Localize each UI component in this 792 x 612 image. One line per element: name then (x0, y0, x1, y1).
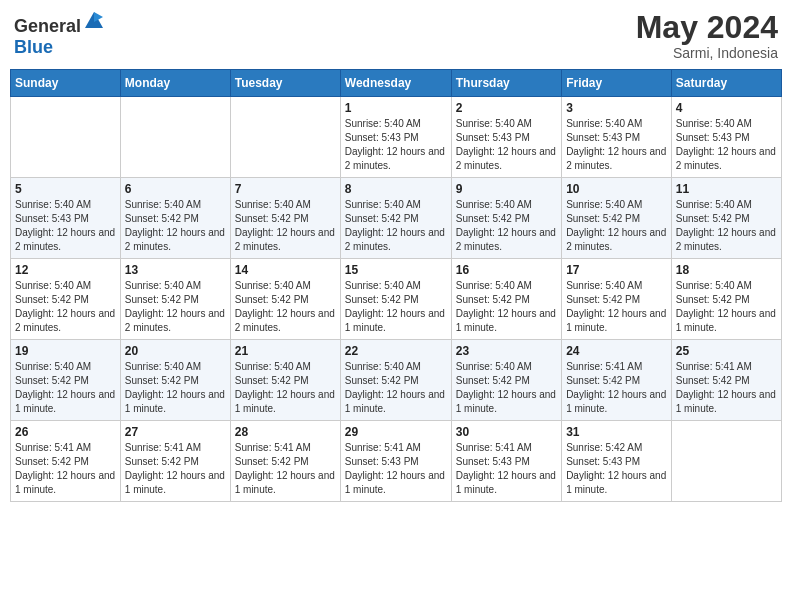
day-number: 10 (566, 182, 667, 196)
col-wednesday: Wednesday (340, 70, 451, 97)
day-number: 3 (566, 101, 667, 115)
day-info: Sunrise: 5:40 AMSunset: 5:42 PMDaylight:… (15, 279, 116, 335)
day-info: Sunrise: 5:40 AMSunset: 5:42 PMDaylight:… (566, 198, 667, 254)
day-info: Sunrise: 5:41 AMSunset: 5:42 PMDaylight:… (15, 441, 116, 497)
page-header: General Blue May 2024 Sarmi, Indonesia (10, 10, 782, 61)
title-area: May 2024 Sarmi, Indonesia (636, 10, 778, 61)
calendar-cell: 14Sunrise: 5:40 AMSunset: 5:42 PMDayligh… (230, 259, 340, 340)
calendar-week-row: 1Sunrise: 5:40 AMSunset: 5:43 PMDaylight… (11, 97, 782, 178)
calendar-cell: 10Sunrise: 5:40 AMSunset: 5:42 PMDayligh… (562, 178, 672, 259)
day-number: 21 (235, 344, 336, 358)
day-number: 7 (235, 182, 336, 196)
day-info: Sunrise: 5:40 AMSunset: 5:42 PMDaylight:… (15, 360, 116, 416)
day-info: Sunrise: 5:40 AMSunset: 5:43 PMDaylight:… (456, 117, 557, 173)
calendar-cell: 29Sunrise: 5:41 AMSunset: 5:43 PMDayligh… (340, 421, 451, 502)
day-number: 9 (456, 182, 557, 196)
day-number: 1 (345, 101, 447, 115)
calendar-cell: 16Sunrise: 5:40 AMSunset: 5:42 PMDayligh… (451, 259, 561, 340)
calendar-cell: 28Sunrise: 5:41 AMSunset: 5:42 PMDayligh… (230, 421, 340, 502)
calendar-cell: 4Sunrise: 5:40 AMSunset: 5:43 PMDaylight… (671, 97, 781, 178)
col-saturday: Saturday (671, 70, 781, 97)
calendar-cell: 12Sunrise: 5:40 AMSunset: 5:42 PMDayligh… (11, 259, 121, 340)
calendar-cell (11, 97, 121, 178)
day-info: Sunrise: 5:40 AMSunset: 5:42 PMDaylight:… (345, 279, 447, 335)
day-info: Sunrise: 5:42 AMSunset: 5:43 PMDaylight:… (566, 441, 667, 497)
day-number: 13 (125, 263, 226, 277)
calendar-week-row: 5Sunrise: 5:40 AMSunset: 5:43 PMDaylight… (11, 178, 782, 259)
calendar-cell: 18Sunrise: 5:40 AMSunset: 5:42 PMDayligh… (671, 259, 781, 340)
logo-icon (83, 10, 105, 32)
logo-blue: Blue (14, 37, 53, 57)
calendar-cell: 1Sunrise: 5:40 AMSunset: 5:43 PMDaylight… (340, 97, 451, 178)
day-info: Sunrise: 5:40 AMSunset: 5:42 PMDaylight:… (676, 198, 777, 254)
day-info: Sunrise: 5:41 AMSunset: 5:43 PMDaylight:… (456, 441, 557, 497)
calendar-header-row: Sunday Monday Tuesday Wednesday Thursday… (11, 70, 782, 97)
calendar-cell: 2Sunrise: 5:40 AMSunset: 5:43 PMDaylight… (451, 97, 561, 178)
calendar-cell: 31Sunrise: 5:42 AMSunset: 5:43 PMDayligh… (562, 421, 672, 502)
calendar-cell (230, 97, 340, 178)
calendar-cell (671, 421, 781, 502)
day-info: Sunrise: 5:41 AMSunset: 5:43 PMDaylight:… (345, 441, 447, 497)
day-info: Sunrise: 5:40 AMSunset: 5:42 PMDaylight:… (125, 360, 226, 416)
logo-text: General Blue (14, 10, 105, 58)
day-number: 28 (235, 425, 336, 439)
calendar-cell: 17Sunrise: 5:40 AMSunset: 5:42 PMDayligh… (562, 259, 672, 340)
calendar-cell: 19Sunrise: 5:40 AMSunset: 5:42 PMDayligh… (11, 340, 121, 421)
day-info: Sunrise: 5:40 AMSunset: 5:43 PMDaylight:… (15, 198, 116, 254)
day-number: 24 (566, 344, 667, 358)
day-info: Sunrise: 5:40 AMSunset: 5:42 PMDaylight:… (235, 198, 336, 254)
calendar-table: Sunday Monday Tuesday Wednesday Thursday… (10, 69, 782, 502)
day-info: Sunrise: 5:40 AMSunset: 5:43 PMDaylight:… (676, 117, 777, 173)
day-info: Sunrise: 5:41 AMSunset: 5:42 PMDaylight:… (676, 360, 777, 416)
calendar-cell: 6Sunrise: 5:40 AMSunset: 5:42 PMDaylight… (120, 178, 230, 259)
calendar-week-row: 12Sunrise: 5:40 AMSunset: 5:42 PMDayligh… (11, 259, 782, 340)
calendar-week-row: 19Sunrise: 5:40 AMSunset: 5:42 PMDayligh… (11, 340, 782, 421)
day-info: Sunrise: 5:40 AMSunset: 5:42 PMDaylight:… (456, 279, 557, 335)
day-info: Sunrise: 5:40 AMSunset: 5:43 PMDaylight:… (566, 117, 667, 173)
logo: General Blue (14, 10, 105, 58)
calendar-cell: 25Sunrise: 5:41 AMSunset: 5:42 PMDayligh… (671, 340, 781, 421)
day-number: 20 (125, 344, 226, 358)
day-info: Sunrise: 5:40 AMSunset: 5:42 PMDaylight:… (125, 279, 226, 335)
day-info: Sunrise: 5:40 AMSunset: 5:42 PMDaylight:… (566, 279, 667, 335)
col-sunday: Sunday (11, 70, 121, 97)
day-number: 19 (15, 344, 116, 358)
day-number: 26 (15, 425, 116, 439)
day-info: Sunrise: 5:41 AMSunset: 5:42 PMDaylight:… (566, 360, 667, 416)
calendar-cell: 22Sunrise: 5:40 AMSunset: 5:42 PMDayligh… (340, 340, 451, 421)
day-number: 14 (235, 263, 336, 277)
calendar-week-row: 26Sunrise: 5:41 AMSunset: 5:42 PMDayligh… (11, 421, 782, 502)
day-number: 29 (345, 425, 447, 439)
day-number: 31 (566, 425, 667, 439)
day-info: Sunrise: 5:40 AMSunset: 5:42 PMDaylight:… (676, 279, 777, 335)
day-info: Sunrise: 5:40 AMSunset: 5:43 PMDaylight:… (345, 117, 447, 173)
day-number: 15 (345, 263, 447, 277)
day-number: 25 (676, 344, 777, 358)
day-number: 11 (676, 182, 777, 196)
day-number: 17 (566, 263, 667, 277)
col-tuesday: Tuesday (230, 70, 340, 97)
day-info: Sunrise: 5:40 AMSunset: 5:42 PMDaylight:… (345, 360, 447, 416)
calendar-cell (120, 97, 230, 178)
calendar-cell: 27Sunrise: 5:41 AMSunset: 5:42 PMDayligh… (120, 421, 230, 502)
day-info: Sunrise: 5:40 AMSunset: 5:42 PMDaylight:… (235, 360, 336, 416)
day-number: 16 (456, 263, 557, 277)
calendar-cell: 20Sunrise: 5:40 AMSunset: 5:42 PMDayligh… (120, 340, 230, 421)
day-info: Sunrise: 5:40 AMSunset: 5:42 PMDaylight:… (345, 198, 447, 254)
calendar-cell: 9Sunrise: 5:40 AMSunset: 5:42 PMDaylight… (451, 178, 561, 259)
day-number: 27 (125, 425, 226, 439)
day-number: 2 (456, 101, 557, 115)
day-info: Sunrise: 5:41 AMSunset: 5:42 PMDaylight:… (125, 441, 226, 497)
logo-general: General (14, 16, 81, 36)
month-title: May 2024 (636, 10, 778, 45)
col-friday: Friday (562, 70, 672, 97)
calendar-cell: 21Sunrise: 5:40 AMSunset: 5:42 PMDayligh… (230, 340, 340, 421)
calendar-cell: 24Sunrise: 5:41 AMSunset: 5:42 PMDayligh… (562, 340, 672, 421)
calendar-cell: 5Sunrise: 5:40 AMSunset: 5:43 PMDaylight… (11, 178, 121, 259)
day-info: Sunrise: 5:40 AMSunset: 5:42 PMDaylight:… (456, 198, 557, 254)
day-number: 12 (15, 263, 116, 277)
calendar-cell: 15Sunrise: 5:40 AMSunset: 5:42 PMDayligh… (340, 259, 451, 340)
day-number: 22 (345, 344, 447, 358)
day-info: Sunrise: 5:41 AMSunset: 5:42 PMDaylight:… (235, 441, 336, 497)
col-monday: Monday (120, 70, 230, 97)
